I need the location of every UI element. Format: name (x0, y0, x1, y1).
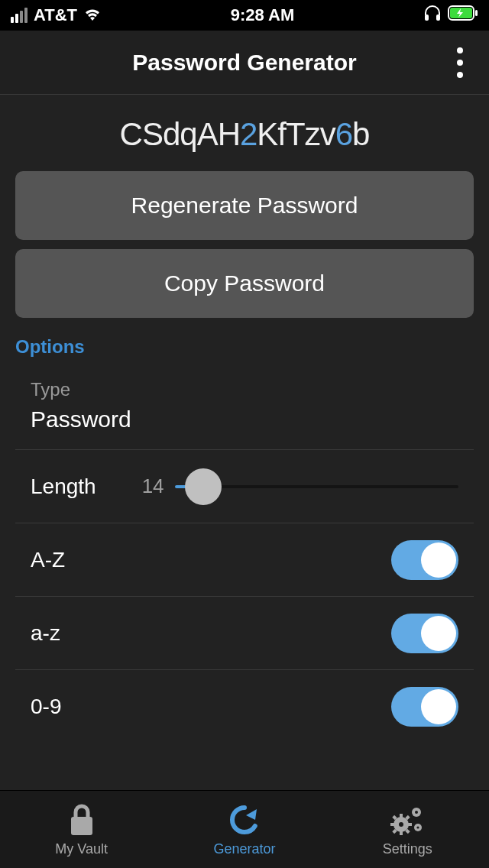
svg-rect-1 (436, 15, 440, 21)
length-value: 14 (142, 474, 164, 498)
kebab-dot-icon (457, 47, 463, 53)
status-left: AT&T (11, 5, 102, 25)
uppercase-toggle[interactable] (391, 540, 458, 580)
toggle-knob (421, 542, 456, 578)
status-bar: AT&T 9:28 AM (0, 0, 489, 31)
svg-point-7 (399, 822, 403, 827)
svg-point-19 (417, 826, 419, 828)
regenerate-password-button[interactable]: Regenerate Password (15, 171, 474, 240)
lowercase-toggle[interactable] (391, 614, 458, 653)
svg-point-17 (415, 811, 418, 814)
tab-label: Settings (383, 841, 432, 857)
tab-label: My Vault (55, 841, 108, 857)
lock-icon (66, 802, 97, 838)
length-slider[interactable] (175, 485, 458, 488)
digits-toggle-row: 0-9 (15, 670, 474, 743)
clock: 9:28 AM (231, 5, 295, 25)
type-value: Password (31, 406, 131, 432)
svg-rect-11 (407, 823, 412, 826)
uppercase-toggle-row: A-Z (15, 523, 474, 597)
battery-charging-icon (448, 5, 478, 25)
type-selector[interactable]: Type Password (15, 364, 474, 450)
tab-bar: My Vault Generator Settings (0, 790, 489, 868)
type-label: Type (31, 379, 70, 400)
gears-icon (389, 802, 426, 838)
headphones-icon (423, 5, 442, 26)
kebab-dot-icon (457, 60, 463, 66)
app-header: Password Generator (0, 31, 489, 95)
kebab-dot-icon (457, 72, 463, 78)
carrier-label: AT&T (34, 5, 77, 25)
length-label: Length (31, 474, 96, 499)
svg-rect-5 (71, 817, 92, 835)
more-menu-button[interactable] (445, 40, 475, 86)
tab-label: Generator (213, 841, 275, 857)
options-section-label: Options (0, 318, 489, 364)
svg-rect-0 (425, 15, 429, 21)
svg-rect-10 (390, 823, 395, 826)
svg-rect-9 (400, 831, 403, 835)
status-right (423, 5, 478, 26)
digits-label: 0-9 (31, 695, 61, 719)
uppercase-label: A-Z (31, 548, 65, 572)
tab-settings[interactable]: Settings (326, 791, 489, 868)
svg-rect-4 (475, 10, 478, 16)
length-row: Length 14 (15, 450, 474, 523)
toggle-knob (421, 616, 456, 651)
toggle-knob (421, 689, 456, 724)
copy-password-button[interactable]: Copy Password (15, 249, 474, 318)
digits-toggle[interactable] (391, 687, 458, 727)
refresh-icon (228, 802, 261, 838)
lowercase-label: a-z (31, 621, 60, 646)
svg-rect-8 (400, 814, 403, 818)
tab-my-vault[interactable]: My Vault (0, 791, 163, 868)
signal-strength-icon (11, 8, 28, 23)
slider-thumb[interactable] (185, 468, 222, 505)
lowercase-toggle-row: a-z (15, 597, 474, 670)
main-content: CSdqAH2KfTzv6b Regenerate Password Copy … (0, 95, 489, 790)
wifi-icon (83, 5, 102, 25)
page-title: Password Generator (132, 50, 356, 76)
tab-generator[interactable]: Generator (163, 791, 325, 868)
generated-password-display: CSdqAH2KfTzv6b (0, 95, 489, 171)
